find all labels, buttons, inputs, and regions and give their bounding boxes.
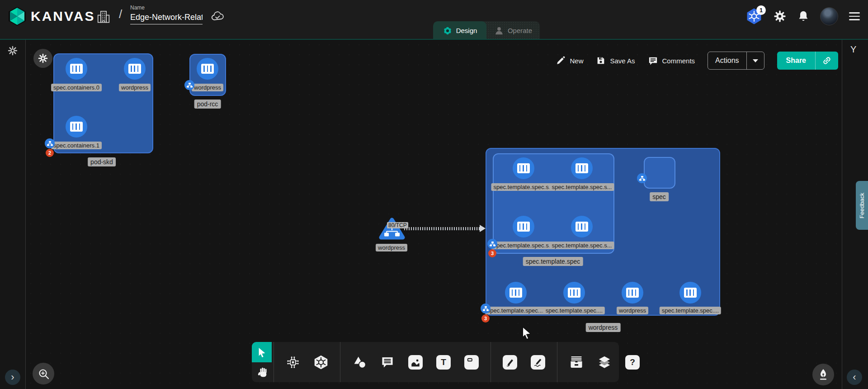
select-tool-button[interactable] (252, 342, 272, 362)
k8s-resource-icon (487, 239, 497, 249)
k8s-context-count: 1 (756, 5, 766, 15)
library-tools: ? (557, 342, 651, 382)
node-label: wordpress (192, 84, 223, 91)
mode-tabbar: Design Operate (433, 21, 540, 40)
tab-operate[interactable]: Operate (486, 21, 540, 40)
actions-split-button[interactable]: Actions (708, 52, 764, 70)
menu-icon[interactable] (849, 12, 860, 20)
k8s-resource-icon (184, 80, 194, 90)
error-badge: 3 (488, 249, 496, 257)
container-icon (70, 122, 83, 132)
container-icon (568, 288, 580, 298)
edge-service-to-deployment[interactable] (404, 227, 480, 230)
container-icon (509, 288, 522, 298)
expand-left-panel-button[interactable]: › (5, 370, 20, 385)
node-deployment-3[interactable] (679, 282, 701, 304)
node-spec-containers-1[interactable] (66, 116, 87, 138)
shapes-tool-button[interactable] (351, 354, 368, 370)
kanvas-app: KANVAS / Name (0, 0, 868, 389)
node-label: spec.containers.0 (51, 84, 102, 91)
node-template-container-1[interactable] (571, 157, 593, 179)
header-actions: 1 (746, 0, 860, 33)
group-spec[interactable] (644, 157, 675, 189)
node-template-container-3[interactable] (571, 216, 593, 237)
kanvas-spinner-button[interactable] (33, 49, 52, 68)
drawing-tools (491, 342, 557, 382)
pen-nib-button[interactable] (812, 364, 834, 385)
comments-button[interactable]: Comments (648, 56, 695, 66)
collapse-right-panel-button[interactable]: ‹ (847, 370, 862, 385)
drawer-tool-button[interactable] (568, 354, 585, 370)
sync-spinner-icon[interactable] (7, 45, 18, 56)
node-label: spec.template.spec.... (660, 307, 721, 314)
node-template-container-2[interactable] (513, 216, 534, 237)
actions-dropdown-toggle[interactable] (746, 52, 764, 69)
kubernetes-context-icon[interactable]: 1 (746, 8, 762, 24)
group-label-spec: spec (650, 192, 669, 201)
organization-icon[interactable] (97, 9, 110, 24)
node-label: spec.containers.1 (51, 142, 102, 149)
container-icon (201, 64, 214, 74)
canvas-toolbar: T (252, 342, 619, 382)
new-button[interactable]: New (556, 56, 583, 66)
node-label: spec.template.spec.... (543, 307, 605, 314)
chevron-right-icon: › (11, 372, 14, 382)
breadcrumb-separator: / (119, 7, 122, 21)
comments-icon (648, 56, 658, 66)
container-icon (626, 288, 639, 298)
share-split-button[interactable]: Share (777, 52, 838, 70)
design-actionbar: New Save As Comments Actions Share (556, 52, 838, 70)
node-wordpress-1[interactable] (124, 58, 146, 80)
save-as-button[interactable]: Save As (596, 56, 635, 66)
cloud-sync-icon (211, 11, 225, 22)
notifications-bell-icon[interactable] (797, 10, 809, 23)
node-wordpress-2[interactable] (197, 58, 218, 80)
tab-operate-label: Operate (508, 27, 532, 34)
zoom-search-button[interactable] (33, 363, 54, 384)
layers-tool-button[interactable] (596, 354, 613, 370)
help-tool-button[interactable]: ? (624, 354, 641, 370)
edge-port-label: 80/TCP (387, 222, 408, 228)
node-deployment-2[interactable] (622, 282, 643, 304)
settings-gear-icon[interactable] (773, 9, 787, 23)
pencil-icon (556, 56, 566, 66)
kubernetes-tool-button[interactable] (313, 354, 329, 370)
service-node-label: wordpress (376, 244, 407, 251)
node-deployment-0[interactable] (505, 282, 527, 304)
node-template-container-0[interactable] (513, 157, 534, 179)
container-icon (684, 288, 697, 298)
k8s-resource-icon (45, 138, 55, 148)
component-tools (274, 342, 340, 382)
image-tool-button[interactable] (407, 354, 424, 370)
integrations-tool-button[interactable] (285, 354, 301, 370)
feedback-tab[interactable]: Feedback (856, 181, 868, 230)
text-tool-button[interactable]: T (435, 354, 452, 370)
tab-design-label: Design (456, 27, 477, 34)
group-label-pod-rcc: pod-rcc (194, 100, 221, 109)
y-panel-handle[interactable]: Y (850, 44, 856, 55)
pencil-tool-button[interactable] (530, 354, 546, 370)
tab-design[interactable]: Design (433, 21, 486, 40)
node-label: spec.template.spec.s... (550, 242, 614, 249)
save-as-button-label: Save As (610, 57, 635, 65)
comment-tool-button[interactable] (379, 354, 396, 370)
actions-button-label[interactable]: Actions (708, 52, 746, 69)
pen-tool-button[interactable] (502, 354, 518, 370)
group-label-deployment: wordpress (586, 323, 621, 332)
node-label: spec.template.spec.... (485, 307, 547, 314)
pan-tool-button[interactable] (252, 362, 274, 382)
annotation-tools: T (340, 342, 491, 382)
group-label-pod-skd: pod-skd (88, 157, 116, 166)
kanvas-logo[interactable]: KANVAS (8, 6, 95, 26)
design-name-input[interactable] (130, 12, 203, 24)
user-avatar[interactable] (820, 7, 838, 25)
group-spec-template-spec[interactable] (493, 153, 614, 254)
note-tool-button[interactable] (463, 354, 480, 370)
copy-link-button[interactable] (815, 52, 838, 70)
node-spec-containers-0[interactable] (66, 58, 87, 80)
left-rail (0, 40, 26, 389)
node-deployment-1[interactable] (563, 282, 585, 304)
service-node-wordpress[interactable] (379, 217, 405, 240)
feedback-label: Feedback (859, 192, 865, 218)
share-button-label[interactable]: Share (777, 52, 815, 70)
